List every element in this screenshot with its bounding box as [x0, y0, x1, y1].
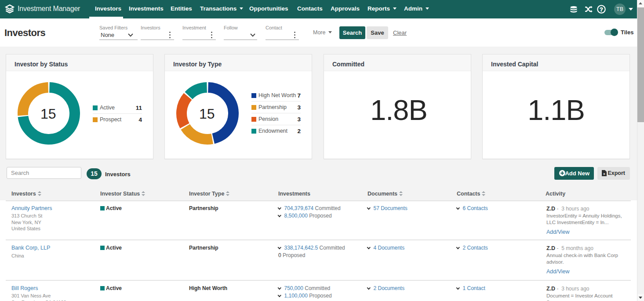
svg-text:x: x	[603, 172, 605, 176]
svg-text:?: ?	[600, 6, 603, 13]
